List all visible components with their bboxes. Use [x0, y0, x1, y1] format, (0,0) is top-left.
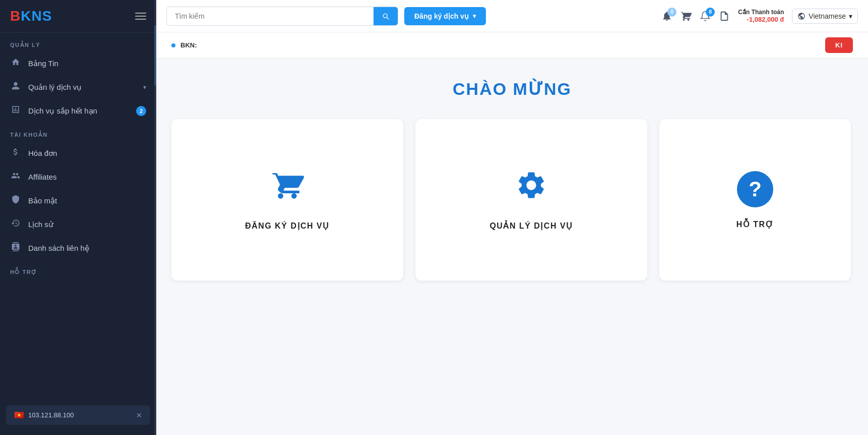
dang-ky-dich-vu-card[interactable]: ĐĂNG KÝ DỊCH VỤ: [171, 119, 403, 281]
breadcrumb-dot: [171, 43, 175, 47]
cards-row: ĐĂNG KÝ DỊCH VỤ QUẢN LÝ DỊCH VỤ ? HỖ TRỢ: [171, 119, 853, 281]
search-input[interactable]: [167, 7, 374, 25]
bell-icon-button[interactable]: 8: [700, 11, 711, 22]
dich-vu-sap-het-han-label: Dịch vụ sắp hết hạn: [28, 106, 129, 116]
quan-ly-dich-vu-card[interactable]: QUẢN LÝ DỊCH VỤ: [415, 119, 647, 281]
expiring-badge: 2: [136, 106, 146, 116]
section-label-ho-tro: HỖ TRỢ: [0, 260, 156, 279]
language-label: Vietnamese: [809, 12, 846, 20]
danh-sach-lien-he-label: Danh sách liên hệ: [28, 244, 146, 253]
dollar-icon: [10, 147, 21, 159]
history-icon: [10, 219, 21, 230]
welcome-title: CHÀO MỪNG: [171, 79, 853, 99]
bang-tin-label: Bảng Tin: [28, 59, 146, 68]
contact-icon: [10, 242, 21, 254]
sidebar-item-bang-tin[interactable]: Bảng Tin: [0, 51, 156, 75]
quan-ly-dich-vu-label: Quản lý dịch vụ: [28, 83, 136, 92]
notification-icon-button[interactable]: 0: [661, 11, 672, 22]
sidebar-item-lich-su[interactable]: Lịch sử: [0, 212, 156, 236]
flag-icon: 🇻🇳: [14, 410, 24, 420]
sidebar-item-danh-sach-lien-he[interactable]: Danh sách liên hệ: [0, 236, 156, 260]
ho-tro-label: HỖ TRỢ: [736, 220, 774, 229]
section-label-quan-ly: QUẢN LÝ: [0, 33, 156, 51]
chart-icon: [10, 105, 21, 117]
sidebar-item-affiliates[interactable]: Affiliates: [0, 165, 156, 189]
dang-ky-dich-vu-label: ĐĂNG KÝ DỊCH VỤ: [245, 221, 330, 231]
cart-icon-button[interactable]: [680, 11, 692, 22]
hoa-don-label: Hóa đơn: [28, 149, 146, 158]
header-icon-group: 0 8 Cần Thanh toán -1,082,000 đ Viet: [661, 9, 858, 24]
notification-count-badge: 0: [667, 8, 676, 17]
register-service-label: Đăng ký dịch vụ: [414, 12, 469, 20]
hamburger-menu[interactable]: [135, 13, 146, 20]
sidebar-item-bao-mat[interactable]: Bảo mật: [0, 189, 156, 212]
sidebar-scrollbar[interactable]: [154, 0, 156, 435]
lich-su-label: Lịch sử: [28, 220, 146, 229]
dropdown-chevron-icon: ▾: [473, 13, 476, 20]
main-area: Đăng ký dịch vụ ▾ 0 8: [156, 0, 868, 435]
logo: BKNS: [10, 8, 52, 24]
scrollbar-thumb: [154, 25, 156, 86]
ip-close-button[interactable]: ✕: [136, 411, 142, 419]
quan-ly-dich-vu-label: QUẢN LÝ DỊCH VỤ: [489, 221, 573, 231]
breadcrumb-bar: BKN: KI: [156, 32, 868, 59]
bao-mat-label: Bảo mật: [28, 196, 146, 205]
sidebar-logo: BKNS: [0, 0, 156, 33]
payment-info[interactable]: Cần Thanh toán -1,082,000 đ: [738, 9, 784, 23]
bell-count-badge: 8: [706, 8, 715, 17]
sidebar: BKNS QUẢN LÝ Bảng Tin Quản lý dịch vụ ▾ …: [0, 0, 156, 435]
affiliates-icon: [10, 171, 21, 183]
sidebar-item-hoa-don[interactable]: Hóa đơn: [0, 141, 156, 165]
cart-icon: [269, 169, 305, 209]
gear-icon: [513, 169, 549, 209]
payment-label: Cần Thanh toán: [738, 9, 784, 16]
header: Đăng ký dịch vụ ▾ 0 8: [156, 0, 868, 32]
shield-icon: [10, 195, 21, 206]
lang-chevron-icon: ▾: [849, 12, 852, 20]
section-label-tai-khoan: TÀI KHOẢN: [0, 123, 156, 141]
page-content: CHÀO MỪNG ĐĂNG KÝ DỊCH VỤ QUẢN LÝ DỊ: [156, 59, 868, 435]
breadcrumb-username: BKN:: [180, 41, 197, 49]
language-selector[interactable]: Vietnamese ▾: [792, 9, 858, 24]
chevron-down-icon: ▾: [143, 84, 146, 91]
sidebar-item-dich-vu-sap-het-han[interactable]: Dịch vụ sắp hết hạn 2: [0, 99, 156, 123]
sidebar-item-quan-ly-dich-vu[interactable]: Quản lý dịch vụ ▾: [0, 75, 156, 99]
home-icon: [10, 58, 21, 69]
affiliates-label: Affiliates: [28, 173, 146, 181]
search-button[interactable]: [374, 7, 398, 25]
register-service-button[interactable]: Đăng ký dịch vụ ▾: [404, 7, 486, 25]
ip-address: 103.121.88.100: [28, 411, 74, 419]
logout-button[interactable]: KI: [825, 37, 853, 53]
person-icon: [10, 81, 21, 93]
ho-tro-card[interactable]: ? HỖ TRỢ: [659, 119, 851, 281]
help-circle-icon: ?: [737, 171, 773, 207]
search-bar: [166, 7, 398, 26]
document-icon-button[interactable]: [719, 11, 730, 22]
ip-tag: 🇻🇳 103.121.88.100 ✕: [6, 405, 150, 425]
payment-amount: -1,082,000 đ: [738, 16, 784, 23]
